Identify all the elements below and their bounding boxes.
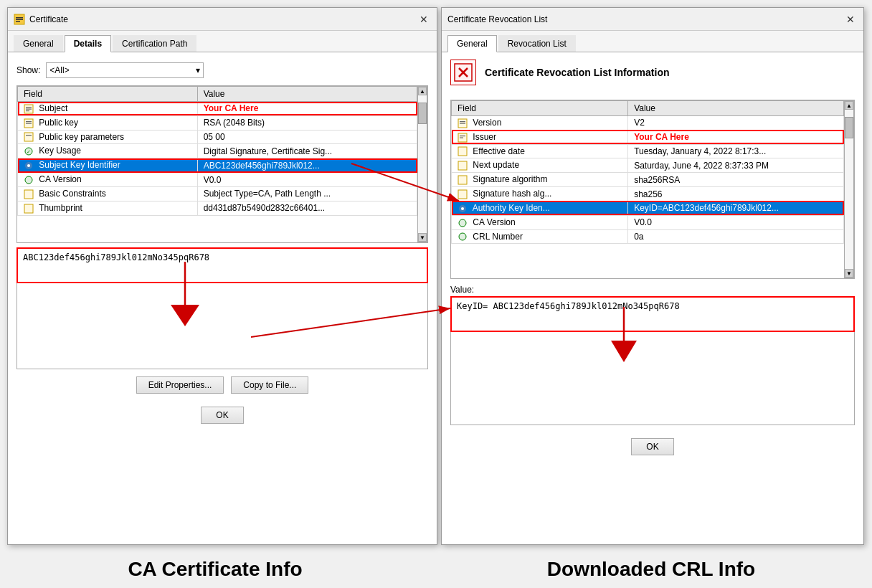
crl-scroll-down-btn[interactable]: ▼ [845, 269, 853, 278]
col-field-header: Field [18, 87, 198, 102]
field-cell: CA Version [452, 215, 628, 229]
crl-table-scroll: Field Value Version V2 [451, 100, 844, 278]
svg-rect-24 [460, 121, 465, 122]
crl-tab-revocation[interactable]: Revocation List [498, 35, 576, 52]
cert-ok-button[interactable]: OK [201, 407, 244, 424]
crl-ok-row: OK [442, 432, 863, 463]
crl-header-icon [450, 60, 476, 85]
table-row[interactable]: Next update Saturday, June 4, 2022 8:37:… [452, 158, 844, 173]
value-cell: V0.0 [197, 173, 417, 187]
svg-point-16 [27, 164, 30, 167]
svg-rect-5 [26, 107, 32, 108]
table-row[interactable]: Issuer Your CA Here [452, 130, 844, 144]
crl-info-header: Certificate Revocation List Information [442, 52, 863, 93]
value-cell: Subject Type=CA, Path Length ... [197, 186, 417, 201]
svg-rect-32 [458, 190, 467, 199]
table-row[interactable]: Signature hash alg... sha256 [452, 187, 844, 201]
field-cell: Effective date [452, 144, 628, 158]
table-row[interactable]: ✓ Key Usage Digital Signature, Certifica… [18, 144, 417, 158]
svg-point-17 [25, 176, 32, 184]
table-row[interactable]: CRL Number 0a [452, 229, 844, 244]
scroll-up-btn[interactable]: ▲ [418, 87, 427, 95]
crl-ok-button[interactable]: OK [631, 438, 674, 455]
svg-rect-18 [24, 190, 33, 199]
svg-text:✓: ✓ [27, 149, 31, 154]
edit-properties-button[interactable]: Edit Properties... [136, 376, 224, 394]
value-cell: V0.0 [628, 215, 844, 229]
svg-rect-25 [460, 123, 465, 123]
cert-tab-path[interactable]: Certification Path [113, 35, 196, 52]
value-cell: 0a [628, 229, 844, 244]
value-cell: V2 [628, 116, 844, 131]
cert-value-box: ABC123def456ghi789Jkl012mNo345pqR678 [16, 247, 428, 283]
table-row[interactable]: Subject Your CA Here [18, 102, 417, 116]
field-cell: Public key [18, 115, 198, 130]
svg-rect-2 [16, 19, 23, 20]
svg-rect-7 [26, 110, 29, 111]
crl-scroll-up-btn[interactable]: ▲ [845, 101, 853, 110]
crl-value-extra [450, 332, 855, 425]
crl-value-label: Value: [450, 285, 855, 295]
crl-dialog: Certificate Revocation List ✕ General Re… [441, 7, 864, 545]
field-cell: Basic Constraints [18, 186, 198, 201]
cert-title-bar: Certificate ✕ [8, 8, 437, 31]
crl-header-title: Certificate Revocation List Information [485, 67, 669, 78]
crl-scroll-track [845, 110, 853, 269]
right-bottom-label: Downloaded CRL Info [430, 558, 872, 581]
crl-table: Field Value Version V2 [451, 100, 844, 244]
svg-rect-31 [458, 176, 467, 184]
scroll-track [418, 95, 427, 233]
field-cell: Public key parameters [18, 130, 198, 144]
cert-table-scrollbar[interactable]: ▲ ▼ [417, 86, 427, 242]
field-cell: Next update [452, 158, 628, 173]
crl-dialog-content: Field Value Version V2 [442, 93, 863, 432]
cert-table-area: Field Value Subject Your CA Here [16, 85, 428, 243]
cert-close-button[interactable]: ✕ [417, 12, 431, 27]
table-row[interactable]: Version V2 [452, 116, 844, 131]
cert-table-scroll: Field Value Subject Your CA Here [17, 86, 417, 242]
table-row[interactable]: Authority Key Iden... KeyID=ABC123def456… [452, 201, 844, 215]
crl-dialog-title: Certificate Revocation List [447, 14, 843, 24]
svg-rect-9 [26, 121, 32, 122]
value-cell: Saturday, June 4, 2022 8:37:33 PM [628, 158, 844, 173]
field-cell: CRL Number [452, 229, 628, 244]
table-row[interactable]: Thumbprint dd431d87b5490d2832c66401... [18, 201, 417, 215]
svg-rect-3 [16, 21, 20, 22]
cert-ok-row: OK [8, 401, 437, 431]
cert-tab-general[interactable]: General [14, 35, 63, 52]
table-row[interactable]: CA Version V0.0 [18, 173, 417, 187]
table-row[interactable]: Effective date Tuesday, January 4, 2022 … [452, 144, 844, 158]
svg-rect-10 [26, 123, 32, 123]
value-cell: Your CA Here [197, 102, 417, 116]
field-cell: Thumbprint [18, 201, 198, 215]
svg-rect-6 [26, 108, 32, 109]
copy-to-file-button[interactable]: Copy to File... [231, 376, 308, 394]
table-row[interactable]: Signature algorithm sha256RSA [452, 173, 844, 187]
show-dropdown[interactable]: <All> ▾ [46, 62, 204, 78]
table-row[interactable]: Public key parameters 05 00 [18, 130, 417, 144]
table-row[interactable]: Basic Constraints Subject Type=CA, Path … [18, 186, 417, 201]
crl-tab-general[interactable]: General [447, 35, 497, 52]
value-cell: sha256RSA [628, 173, 844, 187]
field-cell: Subject Key Identifier [18, 158, 198, 173]
crl-close-button[interactable]: ✕ [843, 12, 858, 27]
scroll-handle[interactable] [418, 103, 427, 124]
svg-rect-28 [460, 137, 463, 138]
dropdown-arrow: ▾ [196, 65, 200, 75]
value-cell: sha256 [628, 187, 844, 201]
table-row[interactable]: Subject Key Identifier ABC123def456ghi78… [18, 158, 417, 173]
table-row[interactable]: CA Version V0.0 [452, 215, 844, 229]
svg-point-36 [459, 233, 466, 240]
value-cell: ABC123def456ghi789Jkl012... [197, 158, 417, 173]
bottom-labels: CA Certificate Info Downloaded CRL Info [0, 558, 872, 581]
svg-rect-30 [458, 161, 467, 170]
cert-buttons-row: Edit Properties... Copy to File... [16, 376, 428, 394]
crl-table-scrollbar[interactable]: ▲ ▼ [844, 100, 854, 278]
cert-table: Field Value Subject Your CA Here [17, 86, 417, 216]
value-cell: Your CA Here [628, 130, 844, 144]
cert-tab-details[interactable]: Details [65, 35, 111, 52]
table-row[interactable]: Public key RSA (2048 Bits) [18, 115, 417, 130]
crl-scroll-handle[interactable] [845, 117, 853, 138]
certificate-dialog: Certificate ✕ General Details Certificat… [7, 7, 437, 545]
scroll-down-btn[interactable]: ▼ [418, 233, 427, 242]
